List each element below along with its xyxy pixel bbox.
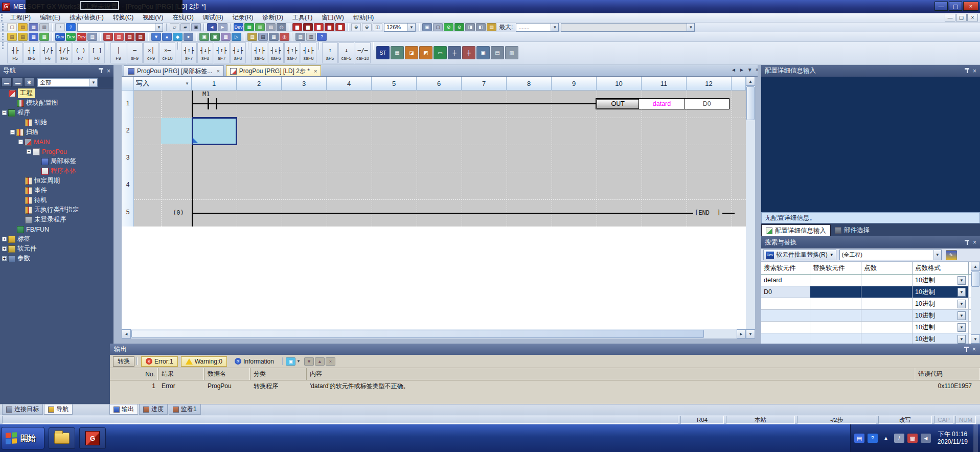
prj-save-icon[interactable]: ▤	[18, 33, 28, 41]
points-cell[interactable]	[861, 333, 913, 344]
format-dropdown-icon[interactable]: ▼	[958, 276, 966, 285]
output-error-row[interactable]: 1 Error ProgPou 转换程序 'datard'的软元件或标签类型不正…	[110, 380, 980, 392]
points-cell[interactable]	[861, 322, 913, 333]
dev-compare-icon[interactable]: Dev	[66, 33, 76, 41]
search-replace-row[interactable]: 10进制▼	[761, 310, 971, 322]
replace-device-cell[interactable]	[810, 286, 861, 298]
out-instruction[interactable]: OUT datard D0	[596, 98, 730, 109]
format-dropdown-icon[interactable]: ▼	[958, 335, 966, 344]
end-instruction[interactable]: [END ]	[693, 209, 722, 216]
tab-close-icon[interactable]: ×	[216, 68, 219, 74]
tree-item-扫描[interactable]: −扫描	[0, 127, 113, 137]
ladder-monitor-icon[interactable]: ▥	[125, 33, 134, 41]
module-read-icon[interactable]: ▆	[303, 23, 313, 31]
ladder-symbol-saf7-button[interactable]: ┤↑├saF7	[284, 42, 300, 63]
save-icon[interactable]: ▦	[29, 23, 38, 31]
menu-item[interactable]: 记录(R)	[228, 13, 258, 22]
collapse-icon[interactable]: −	[27, 149, 31, 154]
project-combo[interactable]: ▼	[77, 23, 163, 32]
find-device-cell[interactable]	[761, 322, 810, 333]
close-panel-icon[interactable]: ×	[973, 239, 976, 245]
collapse-icon[interactable]: −	[2, 110, 7, 115]
help-icon[interactable]: ?	[66, 23, 76, 31]
device-use-icon[interactable]: ▤	[258, 33, 268, 41]
format-dropdown-icon[interactable]: ▼	[958, 300, 966, 308]
points-format-cell[interactable]: 10进制▼	[913, 310, 969, 321]
info-filter-button[interactable]: ? Information	[230, 356, 279, 367]
collapse-all-icon[interactable]: ▬	[2, 78, 12, 87]
zoom-combo[interactable]: 126%▼	[384, 23, 416, 32]
start-button[interactable]: 開始	[1, 427, 44, 449]
open-folder-icon[interactable]: ▤	[18, 23, 28, 31]
tree-item-ProgPou[interactable]: −ProgPou	[0, 147, 113, 156]
tree-item-软元件[interactable]: +软元件	[0, 244, 113, 254]
out-operand1[interactable]: datard	[639, 99, 685, 109]
points-cell[interactable]	[861, 275, 913, 286]
tree-filter-combo[interactable]: 全部▼	[37, 78, 98, 87]
scroll-right-icon[interactable]: ►	[737, 329, 746, 338]
search-replace-row[interactable]: detard10进制▼	[761, 275, 971, 286]
ladder-symbol-caf5-button[interactable]: ↓caF5	[338, 42, 354, 63]
tree-item-待机[interactable]: 待机	[0, 195, 113, 205]
ime-pen-icon[interactable]: /	[894, 434, 904, 443]
bottom-tab-导航[interactable]: 导航	[44, 404, 73, 415]
document-tab[interactable]: ProgPou [PRG] [局部标签...×	[124, 65, 224, 76]
keyboard-icon[interactable]: ▤	[854, 434, 864, 443]
menu-item[interactable]: 诊断(D)	[258, 13, 288, 22]
convert-button[interactable]: 转换	[113, 356, 134, 367]
monitor-stop-icon[interactable]: ▢	[433, 23, 443, 31]
error-filter-button[interactable]: × Error:1	[141, 356, 178, 367]
tree-item-MAIN[interactable]: −MAIN	[0, 137, 113, 147]
close-panel-icon[interactable]: ×	[972, 346, 976, 352]
help2-icon[interactable]: ?	[317, 33, 327, 41]
dev-list-icon[interactable]: ▧	[87, 33, 97, 41]
format-dropdown-icon[interactable]: ▼	[958, 288, 966, 297]
menu-item[interactable]: 调试(B)	[198, 13, 228, 22]
points-format-cell[interactable]: 10进制▼	[913, 275, 969, 286]
ladder-symbol-af8-button[interactable]: ┤↓├aF8	[230, 42, 246, 63]
tree-item-事件[interactable]: 事件	[0, 186, 113, 195]
tree-item-程序本体[interactable]: 程序本体	[0, 166, 113, 176]
menu-item[interactable]: 编辑(E)	[35, 13, 65, 22]
contact-device-label[interactable]: M1	[202, 91, 210, 98]
search-table-scrollbar[interactable]: ▲ ▼	[971, 262, 980, 344]
stopwatch-icon[interactable]: ◔	[55, 23, 65, 31]
check-parameter-icon[interactable]: ⊘	[454, 23, 464, 31]
step-run-icon[interactable]: ◨	[465, 23, 475, 31]
expand-all-icon[interactable]: ▬	[13, 78, 23, 87]
doc-print-icon[interactable]: ▥	[306, 33, 316, 41]
search-replace-row[interactable]: 10进制▼	[761, 298, 971, 310]
find-device-cell[interactable]: detard	[761, 275, 810, 286]
mdi-close-button[interactable]: ×	[967, 14, 978, 21]
points-format-cell[interactable]: 10进制▼	[913, 322, 969, 333]
horizontal-scrollbar[interactable]: ◄ ►	[122, 329, 746, 338]
next-error-icon[interactable]: ▲	[315, 357, 325, 366]
replace-settings-icon[interactable]: ✎	[946, 250, 957, 260]
collapse-icon[interactable]: −	[10, 130, 15, 134]
print-icon[interactable]: ▥	[39, 23, 49, 31]
close-panel-icon[interactable]: ×	[107, 68, 110, 74]
module-verify-icon[interactable]: ▆	[325, 23, 334, 31]
chevron-down-icon[interactable]: ▼	[297, 359, 301, 364]
mdi-minimize-button[interactable]: —	[945, 14, 955, 21]
monitor-start-icon[interactable]: ▣	[422, 23, 432, 31]
ladder-symbol-cf10-button[interactable]: ×─cF10	[159, 42, 175, 63]
new-file-icon[interactable]: ▢	[7, 23, 17, 31]
mdi-restore-button[interactable]: ▢	[956, 14, 967, 21]
skip-run-icon[interactable]: ◧	[476, 23, 486, 31]
search-replace-row[interactable]: D010进制▼	[761, 286, 971, 298]
format-dropdown-icon[interactable]: ▼	[958, 311, 966, 320]
points-cell[interactable]	[861, 298, 913, 309]
bottom-tab-连接目标[interactable]: 连接目标	[2, 404, 43, 415]
watch-register-icon[interactable]: ◎	[277, 23, 286, 31]
tree-item-未登录程序[interactable]: 未登录程序	[0, 215, 113, 224]
show-desktop-button[interactable]	[973, 424, 978, 452]
ladder-symbol-sf6-button[interactable]: ┤/├sF6	[56, 42, 72, 63]
watch2-icon[interactable]: ▣	[210, 33, 220, 41]
find-device-cell[interactable]	[761, 333, 810, 344]
ladder-symbol-f8-button[interactable]: [ ]F8	[89, 42, 105, 63]
ladder-editor-grid[interactable]: 12345 M1 OUT datard D0 ◣ (0) [END ]	[122, 91, 746, 227]
tree-item-模块配置图[interactable]: 模块配置图	[0, 98, 113, 108]
wire-draw-icon[interactable]: ┼	[448, 46, 461, 59]
cut-icon[interactable]: ▱	[170, 23, 179, 31]
